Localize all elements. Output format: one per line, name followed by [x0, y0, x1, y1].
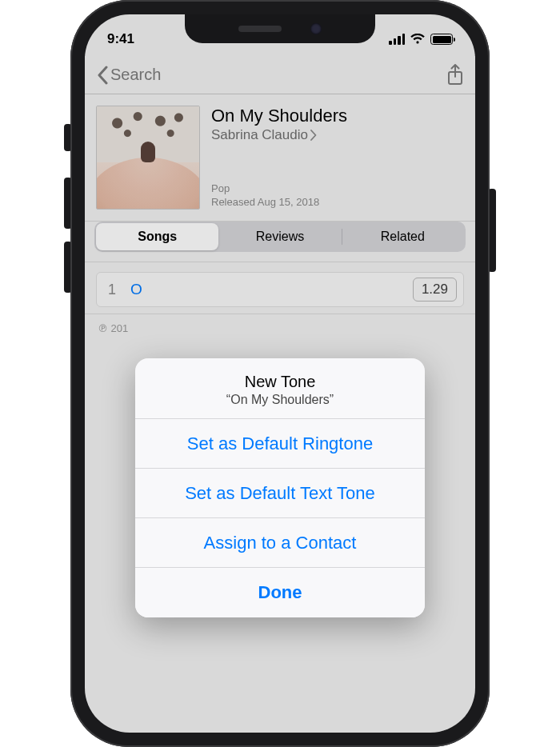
- action-sheet-header: New Tone “On My Shoulders”: [135, 358, 425, 419]
- set-default-texttone-button[interactable]: Set as Default Text Tone: [135, 469, 425, 518]
- action-sheet-title: New Tone: [145, 373, 415, 391]
- sheet-item-label: Assign to a Contact: [204, 533, 357, 553]
- iphone-device-frame: 9:41 Search: [70, 0, 490, 747]
- sheet-item-label: Done: [258, 582, 302, 603]
- sheet-item-label: Set as Default Ringtone: [187, 433, 373, 454]
- screen: 9:41 Search: [85, 14, 475, 733]
- action-sheet: New Tone “On My Shoulders” Set as Defaul…: [135, 358, 425, 617]
- sheet-item-label: Set as Default Text Tone: [185, 483, 375, 504]
- assign-to-contact-button[interactable]: Assign to a Contact: [135, 518, 425, 568]
- set-default-ringtone-button[interactable]: Set as Default Ringtone: [135, 419, 425, 469]
- action-sheet-subtitle: “On My Shoulders”: [145, 393, 415, 407]
- done-button[interactable]: Done: [135, 568, 425, 617]
